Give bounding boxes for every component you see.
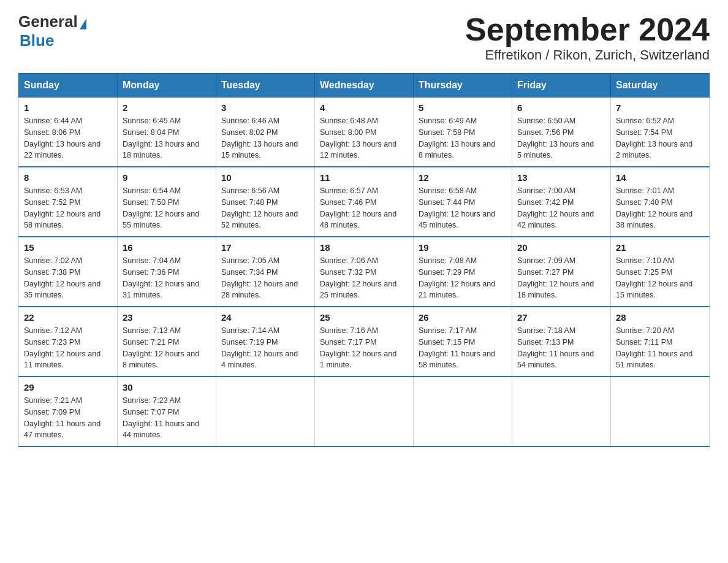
day-number: 1 <box>24 102 112 113</box>
logo-blue-text: Blue <box>20 31 54 50</box>
header-wednesday: Wednesday <box>315 74 414 98</box>
calendar-cell: 22 Sunrise: 7:12 AM Sunset: 7:23 PM Dayl… <box>19 307 118 377</box>
day-number: 5 <box>419 102 507 113</box>
calendar-cell: 7 Sunrise: 6:52 AM Sunset: 7:54 PM Dayli… <box>611 98 710 167</box>
day-number: 6 <box>517 102 605 113</box>
day-info: Sunrise: 6:50 AM Sunset: 7:56 PM Dayligh… <box>517 115 605 161</box>
day-info: Sunrise: 7:23 AM Sunset: 7:07 PM Dayligh… <box>123 395 211 441</box>
calendar-cell: 10 Sunrise: 6:56 AM Sunset: 7:48 PM Dayl… <box>216 167 315 237</box>
calendar-week-row: 22 Sunrise: 7:12 AM Sunset: 7:23 PM Dayl… <box>19 307 710 377</box>
header-sunday: Sunday <box>19 74 118 98</box>
day-info: Sunrise: 6:54 AM Sunset: 7:50 PM Dayligh… <box>123 185 211 231</box>
calendar-table: Sunday Monday Tuesday Wednesday Thursday… <box>18 73 710 447</box>
header-monday: Monday <box>118 74 216 98</box>
calendar-cell: 29 Sunrise: 7:21 AM Sunset: 7:09 PM Dayl… <box>19 377 118 446</box>
page-subtitle: Effretikon / Rikon, Zurich, Switzerland <box>465 47 710 63</box>
calendar-cell: 23 Sunrise: 7:13 AM Sunset: 7:21 PM Dayl… <box>118 307 216 377</box>
day-info: Sunrise: 7:02 AM Sunset: 7:38 PM Dayligh… <box>24 255 112 301</box>
day-number: 27 <box>517 312 605 323</box>
title-block: September 2024 Effretikon / Rikon, Zuric… <box>465 12 710 63</box>
calendar-cell: 3 Sunrise: 6:46 AM Sunset: 8:02 PM Dayli… <box>216 98 315 167</box>
day-info: Sunrise: 7:13 AM Sunset: 7:21 PM Dayligh… <box>123 325 211 371</box>
day-info: Sunrise: 6:45 AM Sunset: 8:04 PM Dayligh… <box>123 115 211 161</box>
day-number: 8 <box>24 172 112 183</box>
day-info: Sunrise: 7:17 AM Sunset: 7:15 PM Dayligh… <box>419 325 507 371</box>
calendar-cell <box>512 377 611 446</box>
day-info: Sunrise: 7:20 AM Sunset: 7:11 PM Dayligh… <box>616 325 704 371</box>
day-number: 7 <box>616 102 704 113</box>
day-info: Sunrise: 6:58 AM Sunset: 7:44 PM Dayligh… <box>419 185 507 231</box>
day-info: Sunrise: 6:52 AM Sunset: 7:54 PM Dayligh… <box>616 115 704 161</box>
day-number: 15 <box>24 242 112 253</box>
day-number: 24 <box>221 312 309 323</box>
day-number: 10 <box>221 172 309 183</box>
day-info: Sunrise: 6:44 AM Sunset: 8:06 PM Dayligh… <box>24 115 112 161</box>
day-info: Sunrise: 6:46 AM Sunset: 8:02 PM Dayligh… <box>221 115 309 161</box>
calendar-cell: 26 Sunrise: 7:17 AM Sunset: 7:15 PM Dayl… <box>414 307 512 377</box>
calendar-cell: 14 Sunrise: 7:01 AM Sunset: 7:40 PM Dayl… <box>611 167 710 237</box>
calendar-cell: 1 Sunrise: 6:44 AM Sunset: 8:06 PM Dayli… <box>19 98 118 167</box>
calendar-cell: 6 Sunrise: 6:50 AM Sunset: 7:56 PM Dayli… <box>512 98 611 167</box>
day-number: 26 <box>419 312 507 323</box>
calendar-header-row: Sunday Monday Tuesday Wednesday Thursday… <box>19 74 710 98</box>
calendar-week-row: 15 Sunrise: 7:02 AM Sunset: 7:38 PM Dayl… <box>19 237 710 307</box>
day-number: 9 <box>123 172 211 183</box>
page-title: September 2024 <box>465 12 710 47</box>
calendar-cell: 21 Sunrise: 7:10 AM Sunset: 7:25 PM Dayl… <box>611 237 710 307</box>
day-number: 22 <box>24 312 112 323</box>
day-info: Sunrise: 7:16 AM Sunset: 7:17 PM Dayligh… <box>320 325 408 371</box>
day-info: Sunrise: 7:21 AM Sunset: 7:09 PM Dayligh… <box>24 395 112 441</box>
calendar-cell: 16 Sunrise: 7:04 AM Sunset: 7:36 PM Dayl… <box>118 237 216 307</box>
day-number: 23 <box>123 312 211 323</box>
logo-general-text: General <box>18 12 78 31</box>
day-info: Sunrise: 6:56 AM Sunset: 7:48 PM Dayligh… <box>221 185 309 231</box>
day-info: Sunrise: 6:49 AM Sunset: 7:58 PM Dayligh… <box>419 115 507 161</box>
calendar-cell: 20 Sunrise: 7:09 AM Sunset: 7:27 PM Dayl… <box>512 237 611 307</box>
calendar-cell <box>315 377 414 446</box>
day-number: 20 <box>517 242 605 253</box>
day-number: 11 <box>320 172 408 183</box>
day-info: Sunrise: 7:14 AM Sunset: 7:19 PM Dayligh… <box>221 325 309 371</box>
day-info: Sunrise: 6:57 AM Sunset: 7:46 PM Dayligh… <box>320 185 408 231</box>
header-saturday: Saturday <box>611 74 710 98</box>
logo-triangle-icon <box>80 18 86 29</box>
day-number: 28 <box>616 312 704 323</box>
day-info: Sunrise: 7:01 AM Sunset: 7:40 PM Dayligh… <box>616 185 704 231</box>
day-number: 29 <box>24 382 112 393</box>
calendar-cell: 4 Sunrise: 6:48 AM Sunset: 8:00 PM Dayli… <box>315 98 414 167</box>
day-number: 3 <box>221 102 309 113</box>
day-number: 18 <box>320 242 408 253</box>
calendar-cell: 2 Sunrise: 6:45 AM Sunset: 8:04 PM Dayli… <box>118 98 216 167</box>
calendar-cell: 30 Sunrise: 7:23 AM Sunset: 7:07 PM Dayl… <box>118 377 216 446</box>
calendar-cell: 12 Sunrise: 6:58 AM Sunset: 7:44 PM Dayl… <box>414 167 512 237</box>
calendar-cell: 15 Sunrise: 7:02 AM Sunset: 7:38 PM Dayl… <box>19 237 118 307</box>
calendar-cell: 18 Sunrise: 7:06 AM Sunset: 7:32 PM Dayl… <box>315 237 414 307</box>
day-number: 19 <box>419 242 507 253</box>
calendar-cell <box>414 377 512 446</box>
header-friday: Friday <box>512 74 611 98</box>
day-info: Sunrise: 7:09 AM Sunset: 7:27 PM Dayligh… <box>517 255 605 301</box>
day-number: 13 <box>517 172 605 183</box>
day-info: Sunrise: 7:04 AM Sunset: 7:36 PM Dayligh… <box>123 255 211 301</box>
day-number: 30 <box>123 382 211 393</box>
logo: General Blue <box>18 12 86 50</box>
day-info: Sunrise: 6:53 AM Sunset: 7:52 PM Dayligh… <box>24 185 112 231</box>
header-thursday: Thursday <box>414 74 512 98</box>
calendar-cell: 25 Sunrise: 7:16 AM Sunset: 7:17 PM Dayl… <box>315 307 414 377</box>
day-info: Sunrise: 7:10 AM Sunset: 7:25 PM Dayligh… <box>616 255 704 301</box>
calendar-cell: 24 Sunrise: 7:14 AM Sunset: 7:19 PM Dayl… <box>216 307 315 377</box>
day-number: 12 <box>419 172 507 183</box>
day-number: 17 <box>221 242 309 253</box>
calendar-cell <box>216 377 315 446</box>
day-info: Sunrise: 7:06 AM Sunset: 7:32 PM Dayligh… <box>320 255 408 301</box>
calendar-cell: 27 Sunrise: 7:18 AM Sunset: 7:13 PM Dayl… <box>512 307 611 377</box>
day-info: Sunrise: 7:05 AM Sunset: 7:34 PM Dayligh… <box>221 255 309 301</box>
calendar-cell: 28 Sunrise: 7:20 AM Sunset: 7:11 PM Dayl… <box>611 307 710 377</box>
day-number: 21 <box>616 242 704 253</box>
day-info: Sunrise: 7:08 AM Sunset: 7:29 PM Dayligh… <box>419 255 507 301</box>
calendar-cell: 9 Sunrise: 6:54 AM Sunset: 7:50 PM Dayli… <box>118 167 216 237</box>
page-header: General Blue September 2024 Effretikon /… <box>18 12 710 63</box>
day-info: Sunrise: 7:12 AM Sunset: 7:23 PM Dayligh… <box>24 325 112 371</box>
day-info: Sunrise: 7:00 AM Sunset: 7:42 PM Dayligh… <box>517 185 605 231</box>
day-number: 4 <box>320 102 408 113</box>
